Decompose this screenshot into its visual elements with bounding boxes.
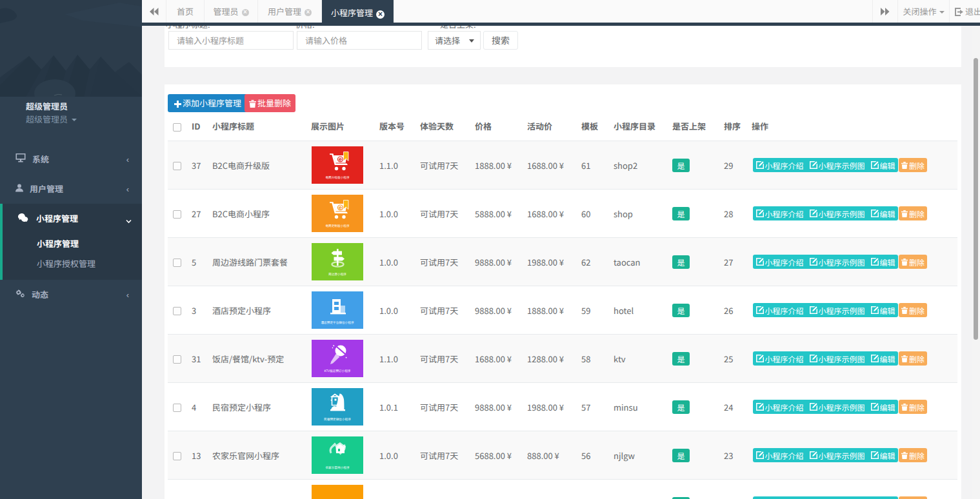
svg-text:e: e [339,156,342,162]
svg-text:e: e [339,204,342,211]
